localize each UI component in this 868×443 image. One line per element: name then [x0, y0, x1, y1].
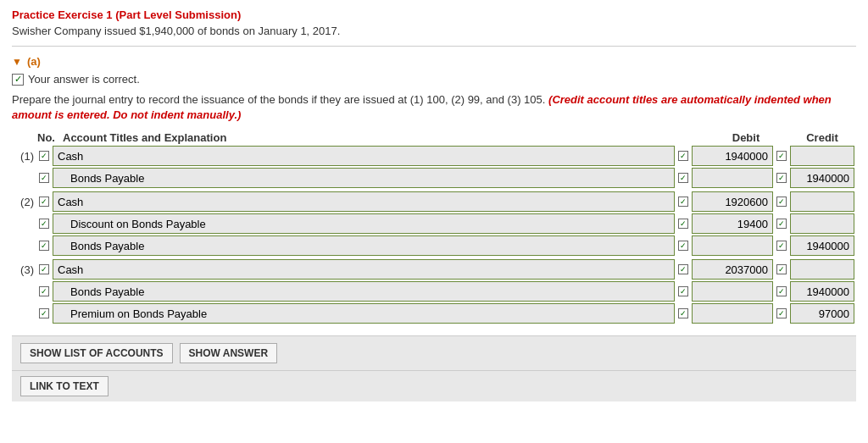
- check-icon: ✓: [39, 308, 49, 318]
- check-cell-debit: ✓: [676, 308, 690, 318]
- credit-field[interactable]: [790, 213, 854, 234]
- check-cell-credit: ✓: [775, 308, 788, 318]
- debit-input[interactable]: [692, 213, 773, 234]
- account-field[interactable]: [53, 235, 675, 256]
- page-title: Practice Exercise 1 (Part Level Submissi…: [12, 8, 856, 21]
- table-row: (3) ✓ ✓ ✓: [12, 259, 856, 280]
- instruction: Prepare the journal entry to record the …: [12, 92, 856, 123]
- account-input[interactable]: [53, 281, 675, 302]
- debit-field[interactable]: [692, 259, 773, 280]
- correct-check-icon: ✓: [12, 74, 24, 86]
- check-icon-debit: ✓: [678, 286, 688, 296]
- col-debit-header: Debit: [704, 131, 788, 144]
- debit-field[interactable]: [692, 281, 773, 302]
- debit-field[interactable]: [692, 191, 773, 212]
- check-icon-credit: ✓: [776, 241, 787, 251]
- account-field[interactable]: [53, 146, 675, 166]
- check-icon: ✓: [39, 264, 49, 274]
- account-field[interactable]: [53, 191, 675, 212]
- check-cell-credit: ✓: [775, 286, 788, 296]
- account-input[interactable]: [53, 146, 675, 166]
- journal-table: No. Account Titles and Explanation Debit…: [12, 131, 856, 324]
- check-cell-credit: ✓: [775, 241, 788, 251]
- table-row: (1) ✓ ✓ ✓: [12, 146, 856, 166]
- check-icon-credit: ✓: [776, 264, 787, 274]
- check-cell: ✓: [37, 308, 51, 318]
- check-cell: ✓: [37, 264, 51, 274]
- link-to-text-button[interactable]: LINK TO TEXT: [20, 376, 108, 396]
- check-icon-credit: ✓: [776, 308, 787, 318]
- account-input[interactable]: [53, 191, 675, 212]
- check-icon-debit: ✓: [678, 219, 688, 229]
- col-no-header: No.: [37, 131, 63, 144]
- account-input[interactable]: [53, 168, 675, 188]
- account-input[interactable]: [53, 235, 675, 256]
- debit-field[interactable]: [692, 235, 773, 256]
- check-cell-debit: ✓: [676, 241, 690, 251]
- page-container: Practice Exercise 1 (Part Level Submissi…: [0, 0, 868, 443]
- row-num: (1): [12, 150, 37, 163]
- account-input[interactable]: [53, 213, 675, 234]
- account-field[interactable]: [53, 259, 675, 280]
- check-icon: ✓: [39, 241, 49, 251]
- check-icon-debit: ✓: [678, 308, 688, 318]
- account-input[interactable]: [53, 303, 675, 324]
- debit-input[interactable]: [692, 303, 773, 324]
- check-icon-credit: ✓: [776, 151, 787, 161]
- credit-field[interactable]: [790, 303, 854, 324]
- entry-group-3: (3) ✓ ✓ ✓ ✓ ✓ ✓ ✓: [12, 259, 856, 324]
- credit-input[interactable]: [790, 235, 854, 256]
- credit-field[interactable]: [790, 235, 854, 256]
- account-input[interactable]: [53, 259, 675, 280]
- check-icon-debit: ✓: [678, 151, 688, 161]
- credit-input[interactable]: [790, 213, 854, 234]
- show-answer-button[interactable]: SHOW ANSWER: [180, 343, 278, 363]
- credit-field[interactable]: [790, 146, 854, 166]
- correct-message: ✓ Your answer is correct.: [12, 73, 856, 86]
- debit-input[interactable]: [692, 259, 773, 280]
- credit-field[interactable]: [790, 168, 854, 188]
- debit-input[interactable]: [692, 281, 773, 302]
- debit-field[interactable]: [692, 146, 773, 166]
- check-cell-debit: ✓: [676, 151, 690, 161]
- debit-field[interactable]: [692, 303, 773, 324]
- debit-input[interactable]: [692, 168, 773, 188]
- col-account-header: Account Titles and Explanation: [63, 131, 704, 144]
- credit-input[interactable]: [790, 303, 854, 324]
- divider: [12, 46, 856, 47]
- check-cell-credit: ✓: [775, 151, 788, 161]
- account-field[interactable]: [53, 281, 675, 302]
- credit-field[interactable]: [790, 191, 854, 212]
- show-list-button[interactable]: SHOW LIST OF ACCOUNTS: [20, 343, 173, 363]
- check-icon-debit: ✓: [678, 241, 688, 251]
- row-num: (2): [12, 196, 37, 208]
- credit-input[interactable]: [790, 191, 854, 212]
- debit-field[interactable]: [692, 168, 773, 188]
- debit-field[interactable]: [692, 213, 773, 234]
- section-header: ▼ (a): [12, 55, 856, 68]
- credit-input[interactable]: [790, 259, 854, 280]
- credit-field[interactable]: [790, 281, 854, 302]
- check-cell-credit: ✓: [775, 173, 788, 183]
- account-field[interactable]: [53, 168, 675, 188]
- check-cell-debit: ✓: [676, 173, 690, 183]
- collapse-icon[interactable]: ▼: [12, 56, 22, 68]
- credit-input[interactable]: [790, 146, 854, 166]
- credit-field[interactable]: [790, 259, 854, 280]
- row-num: (3): [12, 263, 37, 276]
- account-field[interactable]: [53, 303, 675, 324]
- account-field[interactable]: [53, 213, 675, 234]
- bottom-bar: SHOW LIST OF ACCOUNTS SHOW ANSWER: [12, 335, 856, 370]
- check-icon: ✓: [39, 197, 49, 207]
- check-cell: ✓: [37, 151, 51, 161]
- link-bar: LINK TO TEXT: [12, 370, 856, 401]
- table-row: ✓ ✓ ✓: [12, 168, 856, 188]
- check-cell: ✓: [37, 173, 51, 183]
- debit-input[interactable]: [692, 235, 773, 256]
- check-cell: ✓: [37, 286, 51, 296]
- credit-input[interactable]: [790, 281, 854, 302]
- debit-input[interactable]: [692, 191, 773, 212]
- credit-input[interactable]: [790, 168, 854, 188]
- debit-input[interactable]: [692, 146, 773, 166]
- check-icon: ✓: [39, 219, 49, 229]
